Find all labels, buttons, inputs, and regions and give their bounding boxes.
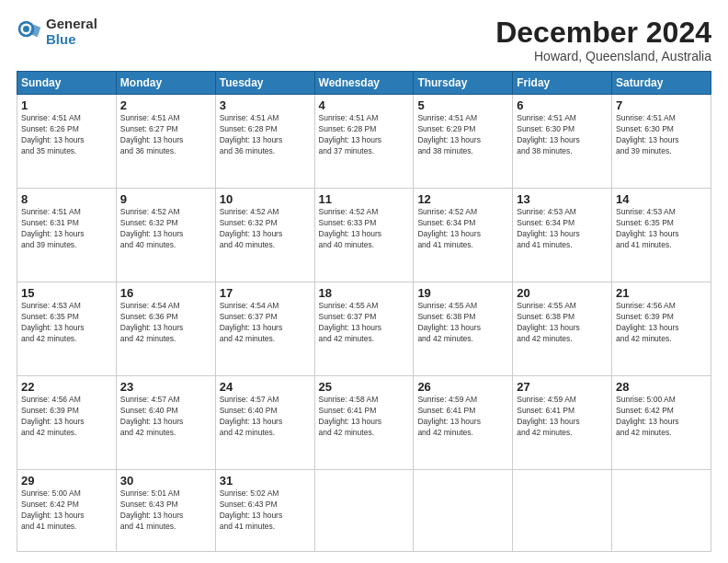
calendar-cell: 27 Sunrise: 4:59 AM Sunset: 6:41 PM Dayl… bbox=[513, 376, 612, 470]
calendar-cell bbox=[414, 470, 513, 552]
day-info: Sunrise: 4:57 AM Sunset: 6:40 PM Dayligh… bbox=[220, 395, 311, 439]
calendar-cell: 24 Sunrise: 4:57 AM Sunset: 6:40 PM Dayl… bbox=[215, 376, 314, 470]
day-info: Sunrise: 4:51 AM Sunset: 6:31 PM Dayligh… bbox=[21, 207, 112, 251]
calendar-cell: 4 Sunrise: 4:51 AM Sunset: 6:28 PM Dayli… bbox=[314, 95, 414, 189]
day-info: Sunrise: 4:53 AM Sunset: 6:35 PM Dayligh… bbox=[21, 301, 112, 345]
day-info: Sunrise: 4:54 AM Sunset: 6:36 PM Dayligh… bbox=[120, 301, 211, 345]
day-number: 22 bbox=[21, 380, 112, 394]
calendar-cell: 31 Sunrise: 5:02 AM Sunset: 6:43 PM Dayl… bbox=[215, 470, 314, 552]
day-header-sunday: Sunday bbox=[17, 72, 117, 95]
day-number: 6 bbox=[517, 98, 608, 112]
calendar-cell: 3 Sunrise: 4:51 AM Sunset: 6:28 PM Dayli… bbox=[215, 95, 314, 189]
week-row: 8 Sunrise: 4:51 AM Sunset: 6:31 PM Dayli… bbox=[17, 189, 711, 282]
day-number: 3 bbox=[220, 98, 311, 112]
day-info: Sunrise: 4:54 AM Sunset: 6:37 PM Dayligh… bbox=[220, 301, 311, 345]
day-header-monday: Monday bbox=[116, 72, 215, 95]
calendar-cell: 22 Sunrise: 4:56 AM Sunset: 6:39 PM Dayl… bbox=[17, 376, 117, 470]
day-info: Sunrise: 4:55 AM Sunset: 6:37 PM Dayligh… bbox=[319, 301, 410, 345]
calendar-cell: 2 Sunrise: 4:51 AM Sunset: 6:27 PM Dayli… bbox=[116, 95, 215, 189]
calendar-cell: 6 Sunrise: 4:51 AM Sunset: 6:30 PM Dayli… bbox=[513, 95, 612, 189]
calendar-table: SundayMondayTuesdayWednesdayThursdayFrid… bbox=[17, 71, 711, 552]
day-header-saturday: Saturday bbox=[612, 72, 711, 95]
calendar-cell: 25 Sunrise: 4:58 AM Sunset: 6:41 PM Dayl… bbox=[314, 376, 414, 470]
day-info: Sunrise: 4:52 AM Sunset: 6:32 PM Dayligh… bbox=[220, 207, 311, 251]
day-number: 16 bbox=[120, 286, 211, 300]
calendar-cell: 15 Sunrise: 4:53 AM Sunset: 6:35 PM Dayl… bbox=[17, 282, 117, 376]
day-number: 8 bbox=[21, 192, 112, 206]
calendar-cell: 9 Sunrise: 4:52 AM Sunset: 6:32 PM Dayli… bbox=[116, 189, 215, 282]
month-title: December 2024 bbox=[495, 17, 711, 49]
day-number: 14 bbox=[616, 192, 707, 206]
day-number: 21 bbox=[616, 286, 707, 300]
day-info: Sunrise: 4:56 AM Sunset: 6:39 PM Dayligh… bbox=[21, 395, 112, 439]
logo-blue-text: Blue bbox=[46, 31, 76, 47]
day-number: 10 bbox=[220, 192, 311, 206]
calendar-cell bbox=[612, 470, 711, 552]
day-number: 18 bbox=[319, 286, 410, 300]
calendar-cell: 30 Sunrise: 5:01 AM Sunset: 6:43 PM Dayl… bbox=[116, 470, 215, 552]
calendar-cell: 10 Sunrise: 4:52 AM Sunset: 6:32 PM Dayl… bbox=[215, 189, 314, 282]
calendar-cell: 18 Sunrise: 4:55 AM Sunset: 6:37 PM Dayl… bbox=[314, 282, 414, 376]
day-number: 13 bbox=[517, 192, 608, 206]
calendar-cell: 19 Sunrise: 4:55 AM Sunset: 6:38 PM Dayl… bbox=[414, 282, 513, 376]
day-number: 4 bbox=[319, 98, 410, 112]
day-number: 19 bbox=[417, 286, 508, 300]
day-info: Sunrise: 5:01 AM Sunset: 6:43 PM Dayligh… bbox=[120, 488, 211, 533]
calendar-cell: 17 Sunrise: 4:54 AM Sunset: 6:37 PM Dayl… bbox=[215, 282, 314, 376]
day-number: 23 bbox=[120, 380, 211, 394]
day-header-friday: Friday bbox=[513, 72, 612, 95]
day-header-tuesday: Tuesday bbox=[215, 72, 314, 95]
day-number: 30 bbox=[120, 474, 211, 488]
day-info: Sunrise: 4:51 AM Sunset: 6:27 PM Dayligh… bbox=[120, 113, 211, 157]
day-number: 7 bbox=[616, 98, 707, 112]
day-info: Sunrise: 4:57 AM Sunset: 6:40 PM Dayligh… bbox=[120, 395, 211, 439]
day-number: 20 bbox=[517, 286, 608, 300]
week-row: 1 Sunrise: 4:51 AM Sunset: 6:26 PM Dayli… bbox=[17, 95, 711, 189]
logo-icon bbox=[17, 19, 42, 45]
day-number: 5 bbox=[417, 98, 508, 112]
calendar-cell: 23 Sunrise: 4:57 AM Sunset: 6:40 PM Dayl… bbox=[116, 376, 215, 470]
calendar-cell: 5 Sunrise: 4:51 AM Sunset: 6:29 PM Dayli… bbox=[414, 95, 513, 189]
day-number: 9 bbox=[120, 192, 211, 206]
calendar-cell: 29 Sunrise: 5:00 AM Sunset: 6:42 PM Dayl… bbox=[17, 470, 117, 552]
day-info: Sunrise: 4:59 AM Sunset: 6:41 PM Dayligh… bbox=[517, 395, 608, 439]
day-info: Sunrise: 4:51 AM Sunset: 6:26 PM Dayligh… bbox=[21, 113, 112, 157]
day-info: Sunrise: 4:51 AM Sunset: 6:28 PM Dayligh… bbox=[319, 113, 410, 157]
day-info: Sunrise: 4:53 AM Sunset: 6:34 PM Dayligh… bbox=[517, 207, 608, 251]
day-info: Sunrise: 4:52 AM Sunset: 6:33 PM Dayligh… bbox=[319, 207, 410, 251]
day-number: 17 bbox=[220, 286, 311, 300]
calendar-cell: 28 Sunrise: 5:00 AM Sunset: 6:42 PM Dayl… bbox=[612, 376, 711, 470]
calendar-cell: 21 Sunrise: 4:56 AM Sunset: 6:39 PM Dayl… bbox=[612, 282, 711, 376]
svg-point-2 bbox=[23, 26, 29, 32]
calendar-cell bbox=[314, 470, 414, 552]
day-info: Sunrise: 5:00 AM Sunset: 6:42 PM Dayligh… bbox=[616, 395, 707, 439]
day-number: 27 bbox=[517, 380, 608, 394]
day-number: 31 bbox=[220, 474, 311, 488]
calendar-cell bbox=[513, 470, 612, 552]
day-number: 28 bbox=[616, 380, 707, 394]
day-info: Sunrise: 4:51 AM Sunset: 6:30 PM Dayligh… bbox=[616, 113, 707, 157]
week-row: 22 Sunrise: 4:56 AM Sunset: 6:39 PM Dayl… bbox=[17, 376, 711, 470]
day-info: Sunrise: 5:00 AM Sunset: 6:42 PM Dayligh… bbox=[21, 488, 112, 533]
calendar-cell: 14 Sunrise: 4:53 AM Sunset: 6:35 PM Dayl… bbox=[612, 189, 711, 282]
day-number: 15 bbox=[21, 286, 112, 300]
day-number: 26 bbox=[417, 380, 508, 394]
location-subtitle: Howard, Queensland, Australia bbox=[495, 49, 711, 63]
day-number: 29 bbox=[21, 474, 112, 488]
day-number: 11 bbox=[319, 192, 410, 206]
day-number: 2 bbox=[120, 98, 211, 112]
title-block: December 2024 Howard, Queensland, Austra… bbox=[495, 17, 711, 63]
calendar-cell: 20 Sunrise: 4:55 AM Sunset: 6:38 PM Dayl… bbox=[513, 282, 612, 376]
day-info: Sunrise: 4:51 AM Sunset: 6:28 PM Dayligh… bbox=[220, 113, 311, 157]
calendar-cell: 26 Sunrise: 4:59 AM Sunset: 6:41 PM Dayl… bbox=[414, 376, 513, 470]
day-info: Sunrise: 4:55 AM Sunset: 6:38 PM Dayligh… bbox=[417, 301, 508, 345]
day-info: Sunrise: 4:55 AM Sunset: 6:38 PM Dayligh… bbox=[517, 301, 608, 345]
day-info: Sunrise: 5:02 AM Sunset: 6:43 PM Dayligh… bbox=[220, 488, 311, 533]
day-info: Sunrise: 4:56 AM Sunset: 6:39 PM Dayligh… bbox=[616, 301, 707, 345]
day-number: 24 bbox=[220, 380, 311, 394]
day-info: Sunrise: 4:51 AM Sunset: 6:29 PM Dayligh… bbox=[417, 113, 508, 157]
day-header-thursday: Thursday bbox=[414, 72, 513, 95]
day-number: 25 bbox=[319, 380, 410, 394]
calendar-cell: 16 Sunrise: 4:54 AM Sunset: 6:36 PM Dayl… bbox=[116, 282, 215, 376]
day-header-wednesday: Wednesday bbox=[314, 72, 414, 95]
